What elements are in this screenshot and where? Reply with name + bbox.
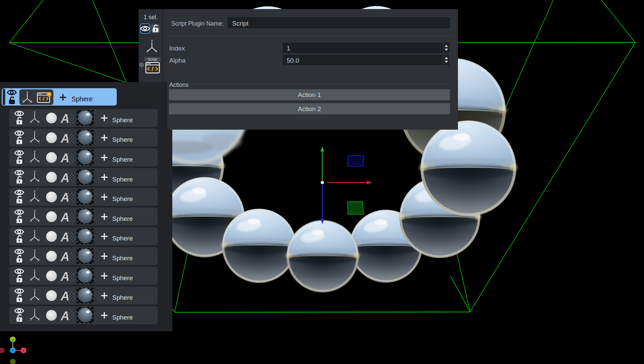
svg-text:Action 2: Action 2 <box>298 105 321 112</box>
svg-text:50.0: 50.0 <box>287 57 299 64</box>
svg-text:Script: Script <box>148 57 157 61</box>
svg-text:Script Plugin Name:: Script Plugin Name: <box>171 20 224 27</box>
svg-text:Alpha: Alpha <box>169 57 186 64</box>
svg-text:1: 1 <box>287 45 290 52</box>
svg-text:Script: Script <box>232 20 249 27</box>
svg-text:Sphere: Sphere <box>72 95 93 103</box>
svg-text:Actions: Actions <box>169 81 189 88</box>
svg-text:1 sel.: 1 sel. <box>144 14 158 21</box>
svg-text:x: x <box>23 348 25 353</box>
svg-text:z: z <box>12 348 14 353</box>
svg-text:Action 1: Action 1 <box>298 91 321 98</box>
svg-text:Index: Index <box>169 45 185 52</box>
svg-text:y: y <box>12 337 14 342</box>
